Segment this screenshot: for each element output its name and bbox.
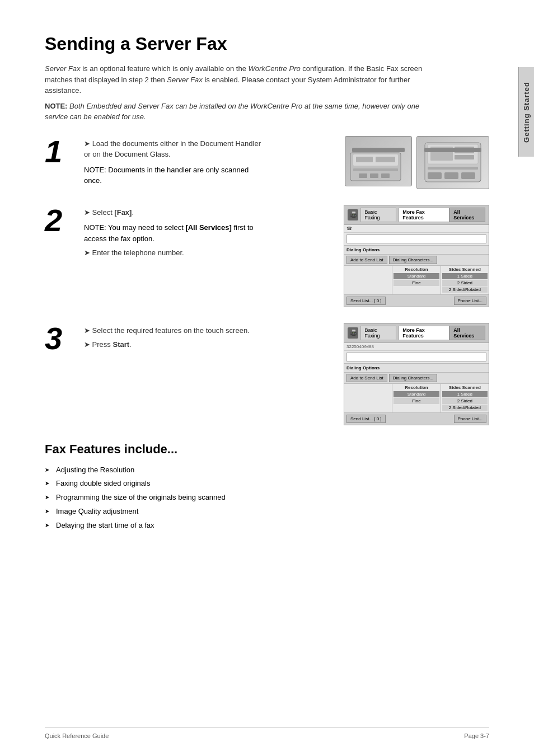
footer-right: Page 3-7 xyxy=(464,732,489,739)
side-tab: Getting Started xyxy=(518,67,534,157)
step-2-note: NOTE: You may need to select [All Servic… xyxy=(84,222,263,244)
step-2-row: 2 ➤ Select [Fax]. NOTE: You may need to … xyxy=(45,205,489,307)
side-tab-text: Getting Started xyxy=(522,82,531,143)
ui-cols-3: Resolution Standard Fine Sides Scanned 1… xyxy=(344,383,489,412)
ui-dialing-label-2: Dialing Options xyxy=(346,247,380,252)
ui-fax-number-display-3: 3225040/M88 xyxy=(346,344,374,349)
step-3-content: ➤ Select the required features on the to… xyxy=(84,323,332,350)
fax-machine-image-1 xyxy=(345,136,412,186)
ui-tabs-2: Basic Faxing More Fax Features xyxy=(360,208,449,222)
steps-container: 1 ➤ Load the documents either in the Doc… xyxy=(45,136,489,425)
step-1-number: 1 xyxy=(45,136,78,167)
ui-col-resolution-3: Resolution Standard Fine xyxy=(392,384,441,412)
svg-rect-12 xyxy=(455,155,474,159)
features-section: Fax Features include... Adjusting the Re… xyxy=(45,442,489,533)
ui-all-services-3[interactable]: All Services xyxy=(449,326,485,340)
ui-btn-add-send-2[interactable]: Add to Send List xyxy=(346,256,387,264)
step-1-text: Load the documents either in the Documen… xyxy=(84,139,261,159)
step-1-content: ➤ Load the documents either in the Docum… xyxy=(84,136,334,186)
ui-footer-3: Send List... [ 0 ] Phone List... xyxy=(344,412,489,425)
step-2-ui-screenshot: 📠 Basic Faxing More Fax Features All Ser… xyxy=(344,205,489,307)
intro-workcentre: WorkCentre Pro xyxy=(249,64,301,73)
step-1-note-label: NOTE: xyxy=(84,166,108,174)
step-2-instruction: ➤ Select [Fax]. xyxy=(84,207,263,218)
svg-rect-10 xyxy=(430,147,453,161)
ui-input-area-3[interactable] xyxy=(346,353,486,361)
note-label: NOTE: xyxy=(45,102,69,110)
fax-machine-svg-2 xyxy=(422,140,484,185)
ui-tab-more-fax-2[interactable]: More Fax Features xyxy=(399,208,449,222)
feature-item-5: Delaying the start time of a fax xyxy=(45,519,489,533)
ui-col-resolution-2: Resolution Standard Fine xyxy=(392,266,441,294)
feature-item-1: Adjusting the Resolution xyxy=(45,463,489,477)
ui-col-sides-3: Sides Scanned 1 Sided 2 Sided 2 Sided/Ro… xyxy=(441,384,489,412)
ui-btn-dialing-char-2[interactable]: Dialing Characters... xyxy=(389,256,437,264)
step-1-images xyxy=(345,136,489,189)
step-1-row: 1 ➤ Load the documents either in the Doc… xyxy=(45,136,489,189)
ui-tab-more-fax-3[interactable]: More Fax Features xyxy=(399,326,449,340)
features-list: Adjusting the Resolution Faxing double s… xyxy=(45,463,489,533)
step-2-note-label: NOTE: xyxy=(84,223,108,232)
ui-tabs-3: Basic Faxing More Fax Features xyxy=(360,326,449,340)
footer-left: Quick Reference Guide xyxy=(45,732,109,739)
intro-server-fax: Server Fax xyxy=(45,64,81,73)
ui-col-sides-2: Sides Scanned 1 Sided 2 Sided 2 Sided/Ro… xyxy=(441,266,489,294)
step-2-number: 2 xyxy=(45,205,78,236)
svg-rect-16 xyxy=(461,172,475,179)
svg-rect-13 xyxy=(428,167,478,170)
ui-action-btns-3: Add to Send List Dialing Characters... xyxy=(344,372,489,383)
step-1-note: NOTE: Documents in the handler are only … xyxy=(84,165,263,186)
ui-btn-send-list-2[interactable]: Send List... [ 0 ] xyxy=(346,297,386,305)
step-3-instruction-2: ➤ Press Start. xyxy=(84,339,263,350)
ui-header-2: 📠 Basic Faxing More Fax Features All Ser… xyxy=(344,205,489,225)
intro-note: NOTE: Both Embedded and Server Fax can b… xyxy=(45,101,425,123)
ui-fax-number-2: ☎ xyxy=(344,225,489,233)
features-title: Fax Features include... xyxy=(45,442,489,457)
ui-header-3: 📠 Basic Faxing More Fax Features All Ser… xyxy=(344,323,489,343)
step-3-ui-screenshot: 📠 Basic Faxing More Fax Features All Ser… xyxy=(344,323,489,425)
svg-rect-4 xyxy=(353,168,398,171)
ui-all-services-2[interactable]: All Services xyxy=(449,208,485,222)
step-3-number: 3 xyxy=(45,323,78,354)
ui-tab-basic-3[interactable]: Basic Faxing xyxy=(360,326,396,340)
ui-dialing-label-3: Dialing Options xyxy=(346,365,380,370)
note-text: Both Embedded and Server Fax can be inst… xyxy=(45,102,419,121)
svg-rect-5 xyxy=(359,173,367,178)
fax-machine-svg-1 xyxy=(348,150,404,184)
step-3-row: 3 ➤ Select the required features on the … xyxy=(45,323,489,425)
fax-icon-3: 📠 xyxy=(348,327,358,339)
step-2-content: ➤ Select [Fax]. NOTE: You may need to se… xyxy=(84,205,332,259)
ui-cols-2: Resolution Standard Fine Sides Scanned 1… xyxy=(344,265,489,294)
ui-btn-phone-list-3[interactable]: Phone List... xyxy=(454,415,486,423)
step-2-arrow: ➤ Select xyxy=(84,208,114,217)
ui-dialing-row-2: Dialing Options xyxy=(344,245,489,254)
step-2-note-text: You may need to select [All Services] fi… xyxy=(84,223,254,243)
feature-item-4: Image Quality adjustment xyxy=(45,505,489,519)
svg-rect-3 xyxy=(376,157,395,162)
svg-rect-6 xyxy=(370,173,378,178)
ui-footer-2: Send List... [ 0 ] Phone List... xyxy=(344,294,489,307)
ui-btn-send-list-3[interactable]: Send List... [ 0 ] xyxy=(346,415,386,423)
fax-machine-image-2 xyxy=(416,136,489,189)
ui-col-empty-3 xyxy=(344,384,392,412)
step-2-extra: ➤ Enter the telephone number. xyxy=(84,247,263,259)
ui-action-btns-2: Add to Send List Dialing Characters... xyxy=(344,254,489,265)
svg-rect-11 xyxy=(455,147,474,153)
page-container: Getting Started Sending a Server Fax Ser… xyxy=(0,0,534,756)
ui-btn-phone-list-2[interactable]: Phone List... xyxy=(454,297,486,305)
ui-col-empty-2 xyxy=(344,266,392,294)
page-footer: Quick Reference Guide Page 3-7 xyxy=(45,727,489,739)
feature-item-3: Programming the size of the originals be… xyxy=(45,491,489,505)
svg-rect-15 xyxy=(444,172,458,179)
step-1-instruction: ➤ Load the documents either in the Docum… xyxy=(84,138,263,160)
svg-rect-14 xyxy=(428,172,442,179)
ui-btn-add-send-3[interactable]: Add to Send List xyxy=(346,374,387,382)
page-title: Sending a Server Fax xyxy=(45,34,489,54)
ui-fax-number-3: 3225040/M88 xyxy=(344,343,489,351)
step-3-instruction-1: ➤ Select the required features on the to… xyxy=(84,325,263,336)
ui-input-area-2[interactable] xyxy=(346,234,486,243)
ui-tab-basic-faxing-2[interactable]: Basic Faxing xyxy=(360,208,396,222)
intro-server-fax2: Server Fax xyxy=(167,76,203,84)
ui-btn-dialing-char-3[interactable]: Dialing Characters... xyxy=(389,374,437,382)
svg-rect-2 xyxy=(356,157,373,162)
